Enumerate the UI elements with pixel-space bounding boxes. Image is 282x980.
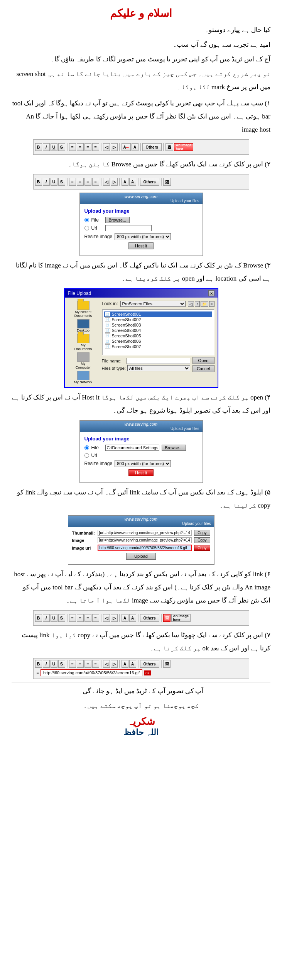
align-btn5[interactable]: ≡ xyxy=(69,178,76,186)
font-color-btn[interactable]: A▬ xyxy=(122,143,131,151)
view-btn[interactable]: ≡ xyxy=(209,301,214,307)
image-btn2[interactable]: 🖼 xyxy=(163,178,171,186)
outdent-btn3[interactable]: ▷ xyxy=(111,614,118,622)
sidebar-my-computer[interactable]: MyComputer xyxy=(68,352,99,369)
bold-btn4[interactable]: B xyxy=(35,660,42,668)
file-item-1[interactable]: 📄 ScreenShot002 xyxy=(104,317,212,322)
strike-btn[interactable]: S xyxy=(58,143,65,151)
url-radio-2[interactable] xyxy=(84,453,89,458)
indent-btn[interactable]: ◁ xyxy=(103,143,110,151)
align-btn6[interactable]: ≡ xyxy=(77,178,84,186)
host-it-btn-2[interactable]: Host it xyxy=(128,469,154,476)
up-btn[interactable]: ↑ xyxy=(195,301,200,307)
underline-btn2[interactable]: U xyxy=(51,178,57,186)
align-btn16[interactable]: ≡ xyxy=(92,660,99,668)
align-btn3[interactable]: ≡ xyxy=(84,143,91,151)
bold-btn3[interactable]: B xyxy=(35,614,42,622)
indent-btn4[interactable]: ◁ xyxy=(103,660,110,668)
italic-btn3[interactable]: I xyxy=(43,614,50,622)
host-it-btn-1[interactable]: Host it xyxy=(128,242,154,249)
bg-color-btn4[interactable]: A xyxy=(129,660,136,668)
font-color-btn4[interactable]: A xyxy=(122,660,128,668)
bg-color-btn2[interactable]: A xyxy=(129,178,136,186)
bg-color-btn[interactable]: A xyxy=(132,143,138,151)
cancel-button[interactable]: Cancel xyxy=(193,365,214,372)
file-radio[interactable] xyxy=(84,218,89,222)
italic-btn[interactable]: I xyxy=(43,143,50,151)
file-path-input[interactable] xyxy=(105,445,159,451)
thumbnail-copy-btn[interactable]: Copy xyxy=(194,530,210,536)
image-btn[interactable]: 🖼 xyxy=(165,143,173,151)
others-dropdown2[interactable]: Others xyxy=(140,178,159,186)
bg-color-btn3[interactable]: A xyxy=(129,614,136,622)
image-btn4[interactable]: 🖼 xyxy=(163,660,171,668)
upload-btn[interactable]: Upload xyxy=(126,553,156,560)
others-dropdown3[interactable]: Others xyxy=(140,614,159,622)
sidebar-my-documents[interactable]: MyDocuments xyxy=(68,334,99,351)
underline-btn[interactable]: U xyxy=(51,143,57,151)
browse-button[interactable]: Browse... xyxy=(105,217,130,223)
file-item-5[interactable]: 📄 ScreenShot006 xyxy=(104,339,212,344)
host-image-btn[interactable]: An imagehost xyxy=(174,143,194,151)
lookin-select[interactable]: PrnScreen Files xyxy=(120,301,186,307)
url-input[interactable] xyxy=(105,225,152,231)
indent-btn3[interactable]: ◁ xyxy=(103,614,110,622)
italic-btn4[interactable]: I xyxy=(43,660,50,668)
sidebar-recent-docs[interactable]: My RecentDocuments xyxy=(68,301,99,318)
file-radio-2[interactable] xyxy=(84,445,89,450)
open-button[interactable]: Open xyxy=(193,357,214,364)
underline-btn4[interactable]: U xyxy=(51,660,57,668)
others-dropdown[interactable]: Others xyxy=(142,143,162,151)
strike-btn4[interactable]: S xyxy=(58,660,65,668)
sidebar-my-network[interactable]: My Network xyxy=(68,371,99,384)
resize-select-2[interactable]: 800 px width (for forums) xyxy=(115,460,171,467)
align-btn13[interactable]: ≡ xyxy=(69,660,76,668)
align-btn2[interactable]: ≡ xyxy=(77,143,84,151)
sidebar-desktop[interactable]: Desktop xyxy=(68,319,99,332)
align-btn9[interactable]: ≡ xyxy=(69,614,76,622)
image-url-copy-btn[interactable]: Copy xyxy=(194,545,210,551)
host-image-btn3[interactable]: An imagehost xyxy=(171,614,191,622)
image-url-input[interactable] xyxy=(98,545,192,551)
file-item-6[interactable]: 📄 ScreenShot007 xyxy=(104,344,212,349)
file-item-0[interactable]: 📄 ScreenShot001 xyxy=(104,311,212,317)
resize-select[interactable]: 800 px width (for forums) xyxy=(115,233,171,240)
outdent-btn2[interactable]: ▷ xyxy=(111,178,118,186)
font-color-btn2[interactable]: A xyxy=(122,178,128,186)
image-btn3-highlighted[interactable]: 🖼 xyxy=(163,614,171,622)
italic-btn2[interactable]: I xyxy=(43,178,50,186)
strike-btn2[interactable]: S xyxy=(58,178,65,186)
outdent-btn4[interactable]: ▷ xyxy=(111,660,118,668)
dialog-close-btn[interactable]: ✕ xyxy=(208,290,214,296)
align-btn8[interactable]: ≡ xyxy=(92,178,99,186)
browse-button-2[interactable]: Browse... xyxy=(162,445,186,451)
font-color-btn3[interactable]: A xyxy=(122,614,128,622)
outdent-btn[interactable]: ▷ xyxy=(111,143,118,151)
bold-btn[interactable]: B xyxy=(35,143,42,151)
align-btn12[interactable]: ≡ xyxy=(92,614,99,622)
url-radio[interactable] xyxy=(84,226,89,230)
underline-btn3[interactable]: U xyxy=(51,614,57,622)
align-btn15[interactable]: ≡ xyxy=(84,660,91,668)
ok-btn[interactable]: ok xyxy=(144,670,151,675)
align-btn10[interactable]: ≡ xyxy=(77,614,84,622)
image-copy-btn[interactable]: Copy xyxy=(194,537,210,543)
file-item-2[interactable]: 📄 ScreenShot003 xyxy=(104,322,212,328)
filename-input[interactable] xyxy=(127,358,190,364)
strike-btn3[interactable]: S xyxy=(58,614,65,622)
align-btn4[interactable]: ≡ xyxy=(92,143,99,151)
thumbnail-input[interactable] xyxy=(98,530,192,536)
file-item-4[interactable]: 📄 ScreenShot005 xyxy=(104,333,212,339)
filetype-select[interactable]: All files xyxy=(127,365,190,371)
others-dropdown4[interactable]: Others xyxy=(140,660,159,668)
indent-btn2[interactable]: ◁ xyxy=(103,178,110,186)
align-btn7[interactable]: ≡ xyxy=(84,178,91,186)
align-btn14[interactable]: ≡ xyxy=(77,660,84,668)
bold-btn2[interactable]: B xyxy=(35,178,42,186)
align-btn11[interactable]: ≡ xyxy=(84,614,91,622)
file-item-3[interactable]: 📄 ScreenShot004 xyxy=(104,328,212,333)
new-folder-btn[interactable]: 📁 xyxy=(201,301,208,307)
align-btn1[interactable]: ≡ xyxy=(69,143,76,151)
back-btn[interactable]: ◁ xyxy=(188,301,194,307)
image-input[interactable] xyxy=(98,537,192,543)
